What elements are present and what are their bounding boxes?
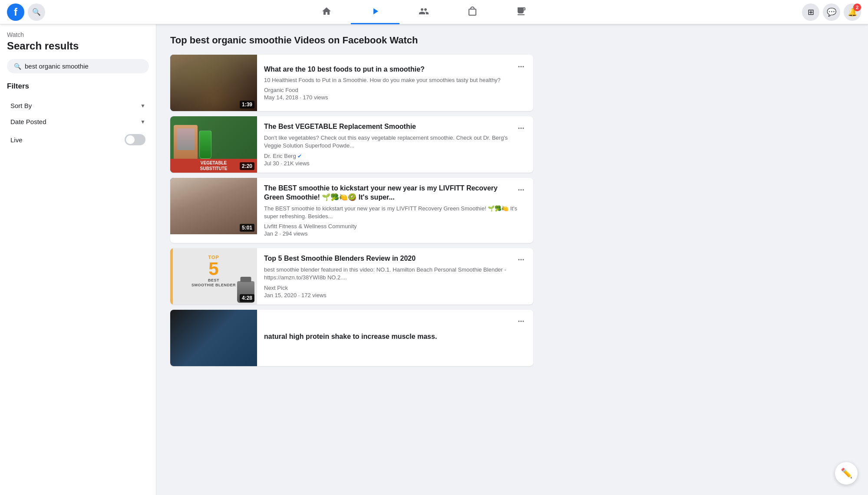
video-thumbnail[interactable]: 1:39: [170, 55, 257, 111]
video-info: Top 5 Best Smoothie Blenders Review in 2…: [257, 248, 533, 305]
sidebar: Watch Search results 🔍 Filters Sort By ▼…: [0, 24, 156, 495]
video-channel[interactable]: Organic Food: [264, 87, 526, 93]
nav-right: ⊞ 💬 🔔 2: [802, 3, 861, 21]
video-description: Don't like vegetables? Check out this ea…: [264, 134, 526, 150]
top-navigation: f 🔍 ⊞ 💬 🔔 2: [0, 0, 868, 24]
main-content: Top best organic smoothie Videos on Face…: [156, 24, 547, 495]
notifications-button[interactable]: 🔔 2: [844, 3, 861, 21]
compose-button[interactable]: ✏️: [835, 462, 858, 485]
video-info: What are the 10 best foods to put in a s…: [257, 55, 533, 111]
video-title: What are the 10 best foods to put in a s…: [264, 65, 526, 74]
date-posted-filter[interactable]: Date Posted ▼: [7, 114, 149, 130]
live-toggle[interactable]: [125, 134, 145, 145]
video-card: 5:01 The BEST smoothie to kickstart your…: [170, 178, 533, 243]
search-input[interactable]: [25, 62, 142, 70]
nav-left: f 🔍: [7, 3, 45, 21]
more-options-button[interactable]: ···: [514, 253, 528, 267]
watch-label: Watch: [7, 31, 149, 38]
video-duration: 4:28: [240, 294, 254, 302]
date-posted-label: Date Posted: [10, 118, 46, 125]
video-channel[interactable]: Next Pick: [264, 285, 526, 291]
notification-badge: 2: [853, 3, 861, 11]
apps-button[interactable]: ⊞: [802, 3, 819, 21]
toggle-knob: [126, 135, 135, 144]
nav-home[interactable]: [302, 0, 351, 24]
video-title: The BEST smoothie to kickstart your new …: [264, 184, 526, 202]
nav-center: [302, 0, 545, 24]
compose-icon: ✏️: [841, 468, 852, 479]
video-duration: 5:01: [240, 224, 254, 232]
video-info: The BEST smoothie to kickstart your new …: [257, 178, 533, 243]
page-title: Search results: [7, 40, 149, 52]
more-options-button[interactable]: ···: [514, 121, 528, 135]
video-description: 10 Healthiest Foods to Put in a Smoothie…: [264, 76, 526, 84]
more-options-button[interactable]: ···: [514, 60, 528, 74]
live-filter: Live: [7, 130, 149, 150]
filters-title: Filters: [7, 82, 149, 91]
chevron-down-icon: ▼: [140, 119, 145, 125]
more-options-button[interactable]: ···: [514, 183, 528, 197]
video-duration: 2:20: [240, 162, 254, 170]
main-layout: Watch Search results 🔍 Filters Sort By ▼…: [0, 24, 868, 495]
facebook-logo[interactable]: f: [7, 3, 24, 21]
chevron-down-icon: ▼: [140, 103, 145, 109]
video-meta: Jul 30 · 21K views: [264, 160, 526, 167]
nav-news[interactable]: [497, 0, 545, 24]
messenger-icon: 💬: [827, 7, 836, 17]
video-card-partial: natural high protein shake to increase m…: [170, 310, 533, 366]
video-meta: Jan 15, 2020 · 172 views: [264, 292, 526, 298]
messenger-button[interactable]: 💬: [823, 3, 840, 21]
sort-by-label: Sort By: [10, 102, 32, 109]
video-thumbnail[interactable]: VEGETABLESUBSTITUTE 2:20: [170, 116, 257, 173]
video-card: VEGETABLESUBSTITUTE 2:20 The Best VEGETA…: [170, 116, 533, 173]
video-title: natural high protein shake to increase m…: [264, 332, 526, 341]
live-label: Live: [10, 136, 23, 144]
video-channel[interactable]: Livfitt Fitness & Wellness Community: [264, 223, 526, 229]
video-title: The Best VEGETABLE Replacement Smoothie: [264, 122, 526, 131]
search-icon: 🔍: [14, 63, 21, 70]
apps-icon: ⊞: [808, 7, 814, 17]
video-card: 1:39 What are the 10 best foods to put i…: [170, 55, 533, 111]
nav-watch[interactable]: [351, 0, 399, 24]
search-icon: 🔍: [32, 8, 41, 16]
video-title: Top 5 Best Smoothie Blenders Review in 2…: [264, 254, 526, 263]
video-thumbnail[interactable]: 5:01: [170, 178, 257, 234]
video-description: best smoothie blender featured in this v…: [264, 266, 526, 282]
verified-badge: ✔: [297, 153, 302, 159]
video-duration: 1:39: [240, 101, 254, 108]
video-info: The Best VEGETABLE Replacement Smoothie …: [257, 116, 533, 173]
video-description: The BEST smoothie to kickstart your new …: [264, 205, 526, 220]
video-meta: Jan 2 · 294 views: [264, 230, 526, 237]
more-options-button[interactable]: ···: [514, 315, 528, 329]
video-card: TOP 5 BESTSMOOTHIE BLENDER 4:28 Top 5 Be…: [170, 248, 533, 305]
video-thumbnail[interactable]: TOP 5 BESTSMOOTHIE BLENDER 4:28: [170, 248, 257, 305]
search-button[interactable]: 🔍: [28, 3, 45, 21]
search-box[interactable]: 🔍: [7, 59, 149, 73]
video-info: natural high protein shake to increase m…: [257, 310, 533, 366]
video-channel[interactable]: Dr. Eric Berg ✔: [264, 153, 526, 159]
video-meta: May 14, 2018 · 170 views: [264, 94, 526, 101]
results-heading: Top best organic smoothie Videos on Face…: [170, 35, 533, 46]
nav-marketplace[interactable]: [448, 0, 497, 24]
sort-by-filter[interactable]: Sort By ▼: [7, 98, 149, 114]
video-thumbnail[interactable]: [170, 310, 257, 366]
nav-groups[interactable]: [399, 0, 448, 24]
